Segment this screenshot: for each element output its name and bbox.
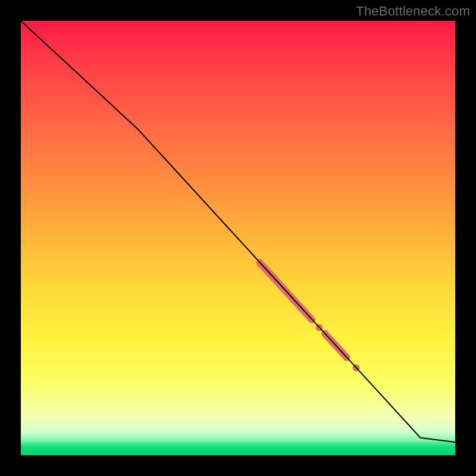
main-curve xyxy=(21,21,455,442)
chart-stage: TheBottleneck.com xyxy=(0,0,476,476)
watermark-text: TheBottleneck.com xyxy=(356,4,470,19)
chart-overlay xyxy=(21,21,455,455)
